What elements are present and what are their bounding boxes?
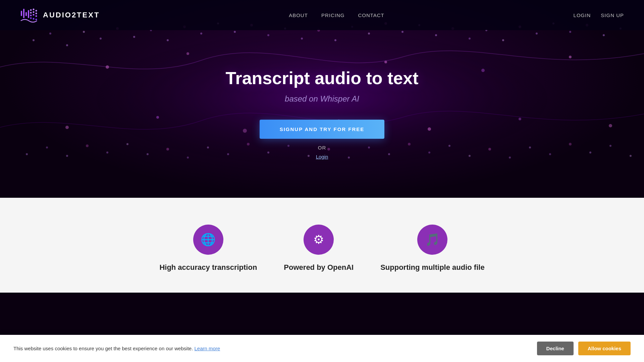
svg-point-81 [589, 152, 591, 154]
signup-cta-button[interactable]: SIGNUP AND TRY FOR FREE [260, 120, 385, 139]
logo-icon [20, 6, 38, 24]
svg-point-56 [86, 144, 89, 147]
svg-point-12 [36, 15, 37, 17]
svg-point-14 [33, 18, 35, 20]
hero-login-link[interactable]: Login [316, 154, 328, 160]
nav-pricing[interactable]: PRICING [321, 12, 345, 18]
navbar: AUDIO2TEXT ABOUT PRICING CONTACT LOGIN S… [0, 0, 644, 30]
svg-point-43 [469, 38, 471, 40]
svg-point-19 [66, 44, 68, 46]
nav-signup[interactable]: SIGN UP [601, 12, 624, 18]
svg-point-78 [529, 146, 531, 148]
feature-title-3: Supporting multiple audio file [380, 263, 484, 273]
svg-point-23 [133, 36, 135, 38]
feature-card-2: ⚙ Powered by OpenAI [284, 225, 354, 273]
svg-point-90 [65, 126, 69, 129]
hero-or-text: OR [226, 145, 419, 150]
svg-point-80 [569, 143, 572, 145]
svg-point-47 [536, 33, 538, 35]
hero-title: Transcript audio to text [226, 68, 419, 88]
svg-rect-1 [23, 9, 24, 18]
svg-point-13 [30, 17, 32, 19]
svg-point-18 [49, 33, 51, 35]
svg-point-8 [33, 11, 35, 13]
svg-point-96 [609, 124, 612, 127]
svg-point-82 [609, 145, 611, 147]
svg-point-33 [301, 38, 303, 40]
globe-icon: 🌐 [193, 225, 223, 255]
svg-point-77 [509, 157, 511, 159]
svg-point-55 [66, 155, 68, 157]
svg-point-85 [186, 52, 189, 55]
feature-title-2: Powered by OpenAI [284, 263, 354, 273]
svg-point-88 [481, 69, 485, 72]
svg-point-37 [368, 33, 370, 35]
svg-rect-2 [25, 12, 27, 16]
svg-point-10 [30, 15, 32, 16]
nav-links: ABOUT PRICING CONTACT [289, 12, 384, 18]
gears-icon: ⚙ [304, 225, 334, 255]
nav-about[interactable]: ABOUT [289, 12, 308, 18]
features-section: 🌐 High accuracy transcription ⚙ Powered … [0, 198, 644, 293]
svg-point-83 [630, 155, 632, 157]
svg-point-45 [502, 39, 504, 41]
svg-point-49 [569, 31, 571, 33]
svg-point-31 [267, 34, 269, 36]
svg-point-84 [106, 65, 109, 69]
feature-title-1: High accuracy transcription [159, 263, 257, 273]
svg-point-4 [30, 9, 32, 11]
svg-point-89 [569, 56, 572, 58]
svg-point-91 [156, 116, 159, 119]
svg-point-9 [36, 13, 37, 14]
svg-rect-3 [28, 10, 29, 18]
nav-login[interactable]: LOGIN [574, 12, 591, 18]
svg-point-35 [334, 39, 336, 41]
svg-point-59 [147, 153, 149, 155]
svg-point-61 [187, 157, 189, 159]
svg-point-25 [167, 39, 169, 41]
music-icon: 🎵 [417, 225, 447, 255]
svg-point-15 [36, 19, 37, 20]
svg-point-39 [401, 31, 404, 33]
svg-point-53 [26, 153, 28, 155]
svg-point-60 [166, 148, 169, 150]
hero-subtitle: based on Whisper AI [226, 94, 419, 104]
svg-point-94 [428, 127, 431, 131]
svg-point-73 [428, 152, 430, 154]
brand-name: AUDIO2TEXT [43, 11, 100, 19]
svg-point-27 [200, 33, 202, 35]
svg-point-57 [106, 152, 108, 154]
svg-point-95 [519, 118, 521, 120]
svg-point-76 [488, 148, 491, 150]
hero-content: Transcript audio to text based on Whispe… [226, 68, 419, 160]
svg-point-51 [603, 34, 605, 36]
feature-card-1: 🌐 High accuracy transcription [159, 225, 257, 273]
svg-point-87 [384, 61, 387, 63]
svg-point-5 [33, 9, 35, 10]
nav-auth: LOGIN SIGN UP [574, 12, 624, 18]
svg-point-17 [33, 39, 35, 41]
nav-contact[interactable]: CONTACT [358, 12, 384, 18]
svg-point-20 [83, 31, 85, 33]
svg-point-54 [46, 146, 48, 148]
svg-point-21 [100, 38, 102, 40]
svg-point-62 [207, 146, 209, 148]
svg-point-58 [126, 143, 128, 145]
svg-point-75 [469, 155, 471, 157]
svg-point-29 [234, 31, 236, 33]
svg-rect-0 [21, 11, 22, 16]
svg-point-79 [549, 153, 551, 155]
svg-point-6 [36, 10, 37, 12]
logo-link[interactable]: AUDIO2TEXT [20, 6, 100, 24]
svg-point-74 [448, 145, 450, 147]
svg-point-41 [435, 34, 437, 36]
svg-point-7 [30, 12, 32, 14]
feature-card-3: 🎵 Supporting multiple audio file [380, 225, 484, 273]
svg-point-11 [33, 14, 35, 16]
